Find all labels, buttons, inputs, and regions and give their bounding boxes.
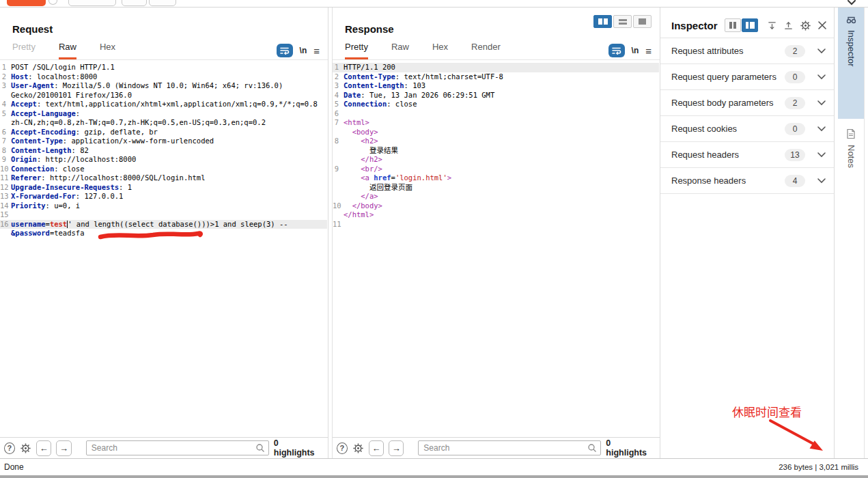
side-tab-inspector[interactable]: Inspector <box>838 8 864 119</box>
inspector-section-request-attributes[interactable]: Request attributes 2 <box>660 38 834 64</box>
count-badge: 0 <box>785 123 805 135</box>
code-line: 10 </body> <box>333 201 659 211</box>
tab-pretty[interactable]: Pretty <box>345 42 368 59</box>
help-icon[interactable]: ? <box>4 442 15 454</box>
code-line: 16username=test' and length((select data… <box>0 220 327 229</box>
code-line: 9 <br/> <box>333 165 659 174</box>
code-line: 3Content-Length: 103 <box>333 81 659 91</box>
repeater-tab[interactable] <box>68 0 116 6</box>
tab-raw[interactable]: Raw <box>59 42 76 59</box>
response-size-time: 236 bytes | 3,021 millis <box>779 463 858 471</box>
code-line: zh-CN,zh;q=0.8,zh-TW;q=0.7,zh-HK;q=0.5,e… <box>0 118 327 128</box>
word-wrap-icon[interactable] <box>277 44 293 57</box>
repeater-tab-strip <box>0 0 868 8</box>
highlights-count: 0 highlights <box>274 438 318 458</box>
editor-menu-icon[interactable]: ≡ <box>645 46 652 56</box>
inspector-dock-right-button[interactable] <box>742 18 758 32</box>
request-search-bar: ? ← → 0 highlights <box>0 437 328 458</box>
tab-raw[interactable]: Raw <box>391 42 409 59</box>
request-editor[interactable]: 1POST /SQL/login HTTP/1.12Host: localhos… <box>0 61 327 437</box>
previous-match-button[interactable]: ← <box>369 440 384 456</box>
tab-pretty[interactable]: Pretty <box>12 42 36 59</box>
code-line: <body> <box>333 128 659 137</box>
chevron-down-icon <box>817 100 826 106</box>
close-icon[interactable] <box>817 20 827 30</box>
window-bottom-edge <box>0 475 868 478</box>
code-line: 5Accept-Language: <box>0 109 327 119</box>
side-tab-strip: Inspector Notes <box>838 8 864 458</box>
code-line: 7Content-Type: application/x-www-form-ur… <box>0 137 327 146</box>
editor-menu-icon[interactable]: ≡ <box>313 46 320 56</box>
count-badge: 4 <box>785 175 805 187</box>
chevron-down-icon <box>817 178 826 184</box>
code-line: 6Accept-Encoding: gzip, deflate, br <box>0 128 327 137</box>
next-match-button[interactable]: → <box>389 440 404 456</box>
layout-columns-button[interactable] <box>593 15 612 28</box>
search-icon <box>255 443 265 453</box>
request-tabs: Pretty Raw Hex <box>12 42 115 59</box>
code-line: </a> <box>333 192 659 201</box>
help-icon[interactable]: ? <box>337 442 348 454</box>
expand-all-icon[interactable] <box>767 20 777 31</box>
code-line: Gecko/20100101 Firefox/136.0 <box>0 91 327 100</box>
tab-render[interactable]: Render <box>471 42 501 59</box>
inspector-header: Inspector <box>660 8 834 38</box>
code-line: 13X-Forwarded-For: 127.0.0.1 <box>0 192 327 201</box>
gear-icon[interactable] <box>800 20 811 31</box>
layout-rows-button[interactable] <box>613 15 632 28</box>
inspector-section-request-query-parameters[interactable]: Request query parameters 0 <box>660 64 834 90</box>
search-settings-gear-icon[interactable] <box>20 442 31 454</box>
code-line: </h2> <box>333 155 659 165</box>
count-badge: 13 <box>785 149 805 161</box>
chevron-down-icon <box>817 152 826 158</box>
collapse-all-icon[interactable] <box>783 20 794 31</box>
code-line: 3User-Agent: Mozilla/5.0 (Windows NT 10.… <box>0 81 327 91</box>
request-title: Request <box>12 23 53 35</box>
active-repeater-tab[interactable] <box>7 0 46 6</box>
inspector-section-request-cookies[interactable]: Request cookies 0 <box>660 116 834 142</box>
inspector-section-response-headers[interactable]: Response headers 4 <box>660 168 834 194</box>
chevron-down-icon <box>817 74 826 80</box>
next-match-button[interactable]: → <box>56 440 71 456</box>
request-panel: Request Pretty Raw Hex \n ≡ 1POST /SQL/l… <box>0 8 328 437</box>
code-line: 8Content-Length: 82 <box>0 146 327 156</box>
code-line: 8 <h2> <box>333 137 659 146</box>
code-line: <a href='login.html'> <box>333 173 659 183</box>
status-bar: Done 236 bytes | 3,021 millis <box>0 458 868 475</box>
search-settings-gear-icon[interactable] <box>352 442 364 454</box>
newline-toggle-icon[interactable]: \n <box>632 46 639 55</box>
search-input[interactable] <box>418 440 601 455</box>
chevron-down-icon <box>817 126 826 132</box>
collapse-chevron-icon[interactable] <box>847 0 856 5</box>
add-tab-button[interactable] <box>48 0 57 5</box>
code-line: 6 <box>333 109 659 119</box>
count-badge: 2 <box>785 97 805 109</box>
count-badge: 2 <box>785 45 805 57</box>
response-editor[interactable]: 1HTTP/1.1 2002Content-Type: text/html;ch… <box>333 61 659 437</box>
notes-icon <box>845 128 856 139</box>
inspector-section-request-headers[interactable]: Request headers 13 <box>660 142 834 168</box>
repeater-tab[interactable] <box>149 0 176 6</box>
response-tabs: Pretty Raw Hex Render <box>345 42 501 59</box>
layout-single-button[interactable] <box>633 15 652 28</box>
code-line: 4Accept: text/html,application/xhtml+xml… <box>0 100 327 109</box>
code-line: 1POST /SQL/login HTTP/1.1 <box>0 63 327 72</box>
response-panel: Response Pretty Raw Hex Render \n ≡ 1HTT… <box>332 8 660 437</box>
code-line: 15 <box>0 210 327 220</box>
repeater-tab[interactable] <box>122 0 147 6</box>
side-tab-notes[interactable]: Notes <box>838 122 864 197</box>
code-line: </html> <box>333 210 659 220</box>
tab-hex[interactable]: Hex <box>432 42 448 59</box>
response-search-bar: ? ← → 0 highlights <box>332 437 660 458</box>
newline-toggle-icon[interactable]: \n <box>300 46 307 55</box>
inspector-dock-left-button[interactable] <box>725 18 741 32</box>
search-input[interactable] <box>86 440 269 455</box>
previous-match-button[interactable]: ← <box>36 440 51 456</box>
inspector-title: Inspector <box>671 20 718 31</box>
highlights-count: 0 highlights <box>606 438 650 458</box>
code-line: 11Referer: http://localhost:8000/SQL/log… <box>0 173 327 183</box>
tab-hex[interactable]: Hex <box>100 42 115 59</box>
inspector-section-request-body-parameters[interactable]: Request body parameters 2 <box>660 90 834 116</box>
divider <box>333 59 660 60</box>
word-wrap-icon[interactable] <box>608 44 625 57</box>
